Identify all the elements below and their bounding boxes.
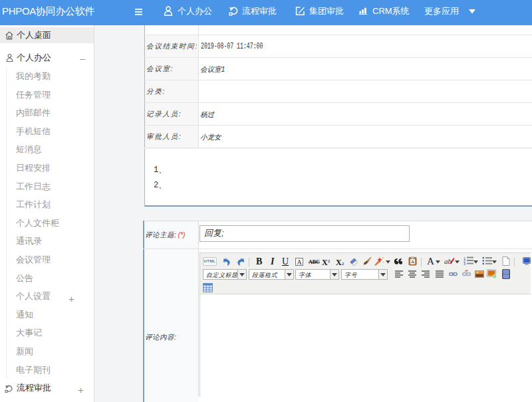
svg-text:A: A	[411, 259, 414, 264]
svg-text:ab: ab	[444, 257, 452, 265]
svg-text:3: 3	[464, 262, 466, 265]
